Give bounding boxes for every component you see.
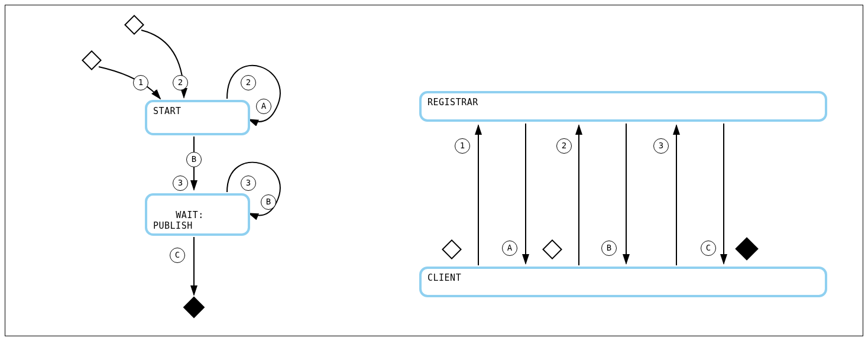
diagram-frame: START WAIT: PUBLISH 1 2 2 A B 3 3 B C RE… [5,5,863,336]
state-start: START [145,100,250,135]
svg-rect-1 [82,51,101,69]
edge-label-3: 3 [173,176,188,191]
edge-label-3b: 3 [241,176,256,191]
seq-label-B: B [601,241,617,256]
edge-label-2: 2 [173,75,188,90]
filled-diamond-icon [183,297,205,319]
open-diamond-icon [125,15,143,34]
state-wait-publish: WAIT: PUBLISH [145,193,250,236]
sequence-svg [413,5,863,337]
seq-label-A: A [502,241,517,256]
seq-label-2: 2 [556,138,572,154]
edge-label-C: C [170,248,185,263]
svg-rect-2 [183,297,205,319]
filled-diamond-icon [735,237,759,261]
edge-label-2b: 2 [241,75,256,90]
svg-rect-10 [543,240,561,258]
open-diamond-icon [82,51,101,69]
open-diamond-icon [442,240,461,258]
open-diamond-icon [543,240,561,258]
edge-label-1: 1 [133,75,148,90]
edge-label-B: B [186,152,202,167]
svg-rect-11 [735,237,759,261]
state-label: WAIT: PUBLISH [153,210,204,231]
seq-label-C: C [701,241,716,256]
edge-label-A: A [256,99,271,114]
seq-label-3: 3 [653,138,669,154]
seq-label-1: 1 [455,138,470,154]
edge-label-Bself: B [261,194,276,210]
svg-rect-0 [125,15,143,34]
state-label: START [153,106,182,116]
svg-rect-9 [442,240,461,258]
state-machine-svg [5,5,372,337]
